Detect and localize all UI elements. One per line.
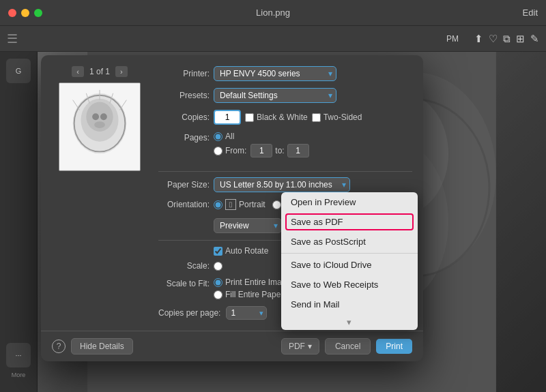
pages-from-radio[interactable] (214, 147, 222, 155)
presets-label: Presets: (158, 91, 210, 100)
sidebar-item-more[interactable]: ··· (6, 343, 31, 367)
pdf-btn-wrapper: Open in Preview Save as PDF Save as Post… (281, 338, 319, 355)
close-button[interactable] (8, 9, 16, 17)
two-sided-label: Two-Sided (324, 112, 362, 122)
sidebar-toggle-icon[interactable]: ☰ (7, 31, 18, 46)
printer-row: Printer: HP ENVY 4500 series (158, 66, 412, 81)
bw-checkbox-label[interactable]: Black & White (245, 112, 308, 122)
printer-select[interactable]: HP ENVY 4500 series (214, 66, 336, 81)
copies-input[interactable]: 1 (214, 110, 241, 125)
sidebar-more-label: More (12, 372, 26, 378)
svg-point-9 (92, 113, 99, 120)
paper-size-select-wrapper: US Letter 8.50 by 11.00 inches (214, 177, 350, 192)
maximize-button[interactable] (34, 9, 42, 17)
portrait-radio[interactable] (214, 200, 222, 209)
pdf-menu-mail[interactable]: Send in Mail (281, 295, 418, 314)
print-button[interactable]: Print (376, 339, 412, 354)
share-icon[interactable]: ⬆ (474, 33, 483, 45)
content-area: G ··· More ‹ 1 of 1 (0, 52, 546, 392)
duplicate-icon[interactable]: ⧉ (503, 33, 511, 45)
page-counter: 1 of 1 (89, 67, 110, 76)
printer-label: Printer: (158, 69, 210, 78)
scale-radio-label[interactable] (214, 262, 222, 271)
pages-all-radio[interactable] (214, 132, 222, 141)
fill-entire-label[interactable]: Fill Entire Paper (214, 290, 291, 299)
app-toolbar: ☰ PM ⬆ ♡ ⧉ ⊞ ✎ (0, 26, 546, 52)
title-bar: Lion.png Edit (0, 0, 546, 26)
landscape-radio[interactable] (272, 200, 281, 209)
printer-select-wrapper: HP ENVY 4500 series (214, 66, 336, 81)
portrait-label: Portrait (239, 200, 265, 209)
preview-select[interactable]: Preview (214, 218, 282, 233)
pdf-label: PDF (289, 342, 305, 351)
help-button[interactable]: ? (52, 340, 66, 353)
sidebar-item-logo[interactable]: G (6, 59, 31, 83)
pages-from-row: From: to: (214, 144, 309, 157)
paper-size-select[interactable]: US Letter 8.50 by 11.00 inches (214, 177, 350, 192)
bw-checkbox[interactable] (245, 113, 254, 122)
window-title: Lion.png (256, 7, 290, 18)
time-display: PM (446, 34, 459, 44)
preview-image (59, 82, 141, 171)
pdf-menu-save-as-pdf[interactable]: Save as PDF (281, 212, 418, 232)
two-sided-checkbox-label[interactable]: Two-Sided (312, 112, 362, 122)
print-dialog: ‹ 1 of 1 › (41, 55, 423, 361)
scale-radio[interactable] (214, 262, 222, 271)
two-sided-checkbox[interactable] (312, 113, 321, 122)
more-icon[interactable]: ✎ (530, 33, 539, 45)
pdf-dropdown-menu: Open in Preview Save as PDF Save as Post… (281, 192, 418, 330)
edit-label[interactable]: Edit (523, 7, 538, 18)
copies-per-page-select[interactable]: 1 (226, 306, 267, 320)
svg-point-11 (94, 121, 105, 128)
portrait-radio-label[interactable]: ▯ Portrait (214, 199, 265, 210)
traffic-lights (8, 9, 42, 17)
heart-icon[interactable]: ♡ (489, 33, 498, 45)
pdf-menu-web-receipts[interactable]: Save to Web Receipts (281, 275, 418, 295)
to-label: to: (275, 146, 284, 155)
auto-rotate-checkbox[interactable] (214, 247, 222, 256)
preview-panel: ‹ 1 of 1 › (52, 66, 147, 320)
pages-from-label[interactable]: From: (214, 146, 246, 155)
preview-select-wrapper: Preview (214, 218, 282, 233)
pages-all-label[interactable]: All (214, 132, 309, 141)
copies-row: Copies: 1 Black & White Two-Sided (158, 110, 412, 125)
print-entire-radio[interactable] (214, 278, 222, 287)
preview-lion-sketch (59, 83, 140, 170)
from-page-input[interactable] (250, 144, 272, 157)
to-page-input[interactable] (287, 144, 309, 157)
presets-row: Presets: Default Settings (158, 88, 412, 103)
paper-size-label: Paper Size: (158, 180, 210, 190)
auto-rotate-text: Auto Rotate (225, 246, 268, 256)
next-page-button[interactable]: › (115, 66, 128, 77)
pages-all-text: All (225, 132, 234, 141)
minimize-button[interactable] (21, 9, 29, 17)
grid-icon[interactable]: ⊞ (516, 33, 525, 45)
cancel-button[interactable]: Cancel (325, 338, 371, 355)
preview-sketch-svg (59, 83, 140, 170)
auto-rotate-label[interactable]: Auto Rotate (214, 246, 268, 256)
divider-1 (158, 171, 412, 172)
pdf-menu-divider (281, 253, 418, 254)
presets-select[interactable]: Default Settings (214, 88, 336, 103)
pdf-menu-icloud[interactable]: Save to iCloud Drive (281, 255, 418, 275)
copies-per-page-select-wrapper: 1 (226, 306, 267, 320)
title-bar-icons: Edit (523, 7, 538, 18)
pages-from-text: From: (225, 146, 246, 155)
preview-nav: ‹ 1 of 1 › (72, 66, 127, 77)
pdf-menu-open-preview[interactable]: Open in Preview (281, 192, 418, 212)
left-sidebar: G ··· More (0, 52, 38, 392)
from-to-inputs: to: (250, 144, 308, 157)
pages-label: Pages: (158, 132, 210, 142)
fill-entire-radio[interactable] (214, 290, 222, 299)
scale-to-fit-label: Scale to Fit: (158, 277, 210, 288)
pdf-menu-more-arrow: ▾ (281, 314, 418, 330)
print-entire-label[interactable]: Print Entire Image (214, 277, 291, 287)
pdf-button[interactable]: PDF ▾ (281, 338, 319, 355)
paper-size-row: Paper Size: US Letter 8.50 by 11.00 inch… (158, 177, 412, 192)
presets-select-wrapper: Default Settings (214, 88, 336, 103)
pdf-menu-save-postscript[interactable]: Save as PostScript (281, 232, 418, 252)
scale-label: Scale: (158, 261, 210, 271)
portrait-icon: ▯ (225, 199, 236, 210)
hide-details-button[interactable]: Hide Details (71, 338, 133, 355)
prev-page-button[interactable]: ‹ (72, 66, 84, 77)
